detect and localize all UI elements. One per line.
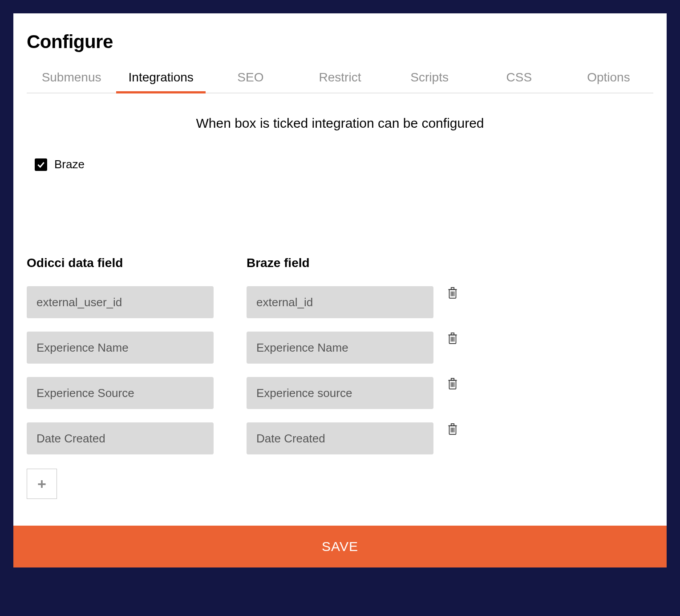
- odicci-column: Odicci data field external_user_id Exper…: [27, 256, 214, 499]
- tab-restrict[interactable]: Restrict: [295, 70, 385, 93]
- tab-bar: Submenus Integrations SEO Restrict Scrip…: [27, 70, 653, 93]
- tab-css[interactable]: CSS: [474, 70, 564, 93]
- odicci-header: Odicci data field: [27, 256, 214, 270]
- tab-integrations[interactable]: Integrations: [116, 70, 206, 93]
- delete-column: [447, 256, 458, 453]
- braze-field[interactable]: Experience source: [247, 377, 433, 409]
- trash-icon: [447, 286, 458, 300]
- page-title: Configure: [27, 31, 653, 53]
- check-icon: [36, 160, 45, 169]
- field-mapping: Odicci data field external_user_id Exper…: [27, 256, 653, 499]
- trash-icon: [447, 422, 458, 436]
- odicci-field[interactable]: external_user_id: [27, 286, 214, 318]
- trash-icon: [447, 377, 458, 390]
- save-button[interactable]: SAVE: [13, 526, 667, 567]
- delete-row-button[interactable]: [447, 330, 458, 362]
- braze-label: Braze: [54, 158, 85, 171]
- braze-field[interactable]: Experience Name: [247, 332, 433, 364]
- braze-checkbox[interactable]: [35, 158, 47, 171]
- braze-column: Braze field external_id Experience Name …: [247, 256, 433, 454]
- delete-row-button[interactable]: [447, 284, 458, 316]
- braze-field[interactable]: Date Created: [247, 422, 433, 454]
- panel-body: Configure Submenus Integrations SEO Rest…: [13, 13, 667, 526]
- odicci-field[interactable]: Experience Name: [27, 332, 214, 364]
- tab-options[interactable]: Options: [564, 70, 653, 93]
- odicci-field[interactable]: Date Created: [27, 422, 214, 454]
- odicci-field[interactable]: Experience Source: [27, 377, 214, 409]
- trash-icon: [447, 332, 458, 345]
- delete-row-button[interactable]: [447, 375, 458, 407]
- odicci-fields: external_user_id Experience Name Experie…: [27, 286, 214, 454]
- delete-row-button[interactable]: [447, 421, 458, 453]
- tab-submenus[interactable]: Submenus: [27, 70, 116, 93]
- tab-scripts[interactable]: Scripts: [385, 70, 474, 93]
- integration-hint: When box is ticked integration can be co…: [27, 116, 653, 131]
- braze-fields: external_id Experience Name Experience s…: [247, 286, 433, 454]
- braze-header: Braze field: [247, 256, 433, 270]
- tab-seo[interactable]: SEO: [206, 70, 295, 93]
- add-row-button[interactable]: +: [27, 469, 57, 499]
- configure-panel: Configure Submenus Integrations SEO Rest…: [13, 13, 667, 567]
- integration-toggle-row: Braze: [35, 158, 653, 171]
- braze-field[interactable]: external_id: [247, 286, 433, 318]
